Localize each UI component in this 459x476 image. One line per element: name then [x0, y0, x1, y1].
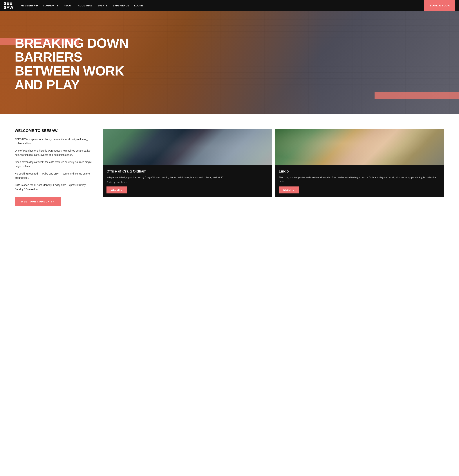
welcome-title: WELCOME TO SEESAW.: [15, 129, 92, 133]
nav-item-room-hire[interactable]: ROOM HIRE: [78, 4, 92, 7]
nav-item-events[interactable]: EVENTS: [98, 4, 108, 7]
card-1-website-button[interactable]: WEBSITE: [107, 187, 127, 194]
site-header: SEE SAW MEMBERSHIP COMMUNITY ABOUT ROOM …: [0, 0, 459, 11]
nav-item-log-in[interactable]: LOG IN: [134, 4, 143, 7]
book-tour-button[interactable]: BOOK A TOUR: [424, 0, 455, 11]
card-2-website-button[interactable]: WEBSITE: [279, 187, 299, 194]
card-2-title: Lingo: [279, 169, 441, 173]
hero-section: BREAKING DOWN BARRIERS BETWEEN WORK AND …: [0, 11, 459, 114]
nav-item-about[interactable]: ABOUT: [64, 4, 73, 7]
site-logo[interactable]: SEE SAW: [4, 1, 13, 9]
meet-community-button[interactable]: MEET OUR COMMUNITY: [15, 197, 61, 206]
community-card-2: Lingo Ellen Ling is a copywriter and cre…: [275, 129, 444, 197]
card-1-image-bg: [103, 129, 272, 165]
hero-headline: BREAKING DOWN BARRIERS BETWEEN WORK AND …: [15, 36, 140, 92]
welcome-block: WELCOME TO SEESAW. SEESAW is a space for…: [15, 129, 92, 206]
card-1-photo-credit: Photo by Ivan Jones.: [107, 181, 268, 184]
welcome-para-5: Cafe is open for all from Monday–Friday …: [15, 183, 92, 191]
welcome-para-3: Open seven days a week, the cafe feature…: [15, 160, 92, 169]
welcome-para-2: One of Manchester's historic warehouses …: [15, 149, 92, 157]
nav-item-membership[interactable]: MEMBERSHIP: [21, 4, 38, 7]
card-2-description: Ellen Ling is a copywriter and creative …: [279, 176, 441, 184]
card-1-title: Office of Craig Oldham: [107, 169, 268, 173]
community-cards-container: Office of Craig Oldham Independent desig…: [103, 129, 444, 197]
welcome-para-4: No booking required — walks ups only — c…: [15, 172, 92, 180]
main-content: WELCOME TO SEESAW. SEESAW is a space for…: [0, 114, 459, 221]
main-nav: MEMBERSHIP COMMUNITY ABOUT ROOM HIRE EVE…: [21, 4, 424, 7]
nav-item-experience[interactable]: EXPERIENCE: [113, 4, 129, 7]
card-1-description: Independent design practice, led by Crai…: [107, 176, 268, 179]
nav-item-community[interactable]: COMMUNITY: [43, 4, 58, 7]
hero-accent-bar-bottom: [375, 92, 459, 99]
card-1-body: Office of Craig Oldham Independent desig…: [103, 165, 272, 197]
hero-text-container: BREAKING DOWN BARRIERS BETWEEN WORK AND …: [15, 36, 444, 92]
card-2-image: [275, 129, 444, 165]
card-2-image-bg: [275, 129, 444, 165]
welcome-para-1: SEESAW is a space for culture, community…: [15, 137, 92, 146]
card-1-image: [103, 129, 272, 165]
card-2-body: Lingo Ellen Ling is a copywriter and cre…: [275, 165, 444, 197]
community-card-1: Office of Craig Oldham Independent desig…: [103, 129, 272, 197]
